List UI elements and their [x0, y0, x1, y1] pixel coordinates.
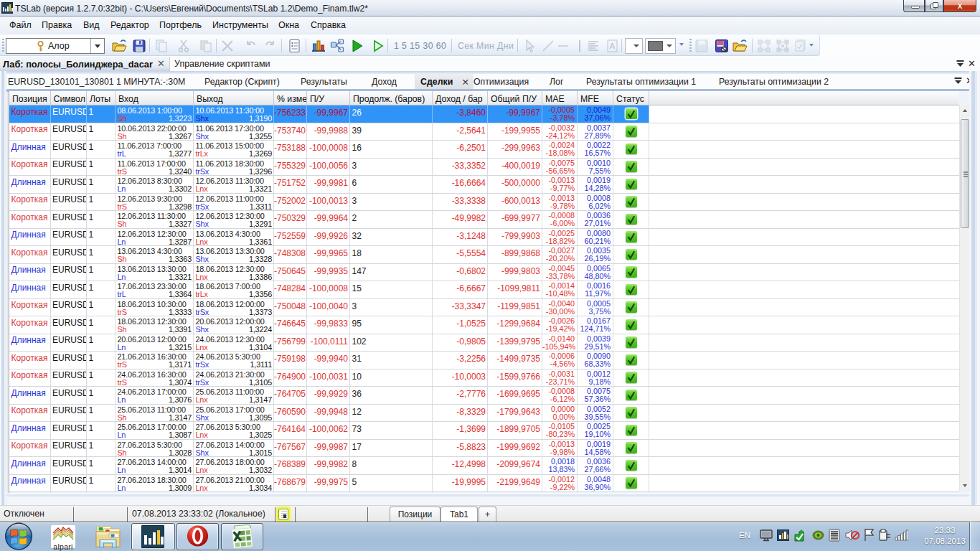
svg-text:A: A [610, 42, 616, 50]
